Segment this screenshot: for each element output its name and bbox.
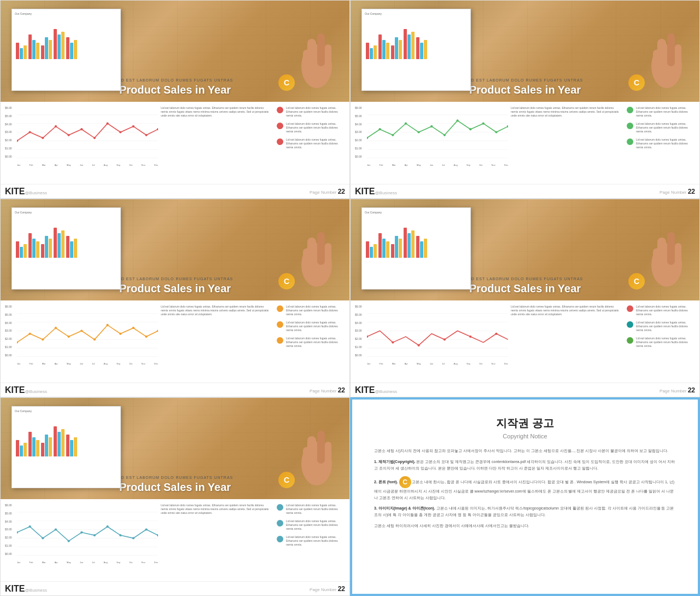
svg-point-59 <box>42 338 44 340</box>
slide-title-2: Product Sales in Year <box>467 84 583 96</box>
svg-point-42 <box>469 128 471 130</box>
svg-point-40 <box>444 134 446 136</box>
svg-point-58 <box>29 333 31 335</box>
paper-mockup-2: Our Company <box>361 9 471 91</box>
description-5: Lid est laborum dolo rumes fugats untras… <box>158 504 274 577</box>
slide-1: Our Company C <box>0 0 350 199</box>
svg-point-18 <box>106 123 108 125</box>
svg-rect-48 <box>317 232 325 265</box>
copyright-panel: 지작권 공고 Copyright Notice 고본소 세팅 사)지사의 전에 … <box>350 397 700 596</box>
description-4: Lid est laborum dolo rumes fugats untras… <box>508 305 624 378</box>
svg-point-16 <box>80 128 83 130</box>
svg-point-21 <box>145 134 147 136</box>
svg-point-83 <box>444 338 446 340</box>
slide-footer-1: KITE@Business Page Number 22 <box>1 184 349 199</box>
hand-icon-4 <box>648 205 686 287</box>
legend-1: Lid est laborum dolo rumes fugats untras… <box>274 106 345 180</box>
paper-mockup-1: Our Company <box>11 9 121 91</box>
svg-point-65 <box>119 333 121 335</box>
slide-2: Our Company C <box>350 0 700 199</box>
svg-point-14 <box>55 125 57 128</box>
svg-point-99 <box>42 537 44 539</box>
chart-area-1: $6.00$5.00$4.00$3.00$2.00$1.00$0.00 <box>5 106 158 180</box>
svg-point-107 <box>145 528 147 530</box>
slide-5: Our Company C <box>0 397 350 596</box>
slide-title-1: Product Sales in Year <box>117 84 233 96</box>
slide-content-2: $6.00$5.00$4.00$3.00$2.00$1.00$0.00 <box>351 102 699 184</box>
svg-rect-73 <box>675 243 681 268</box>
copyright-section-3: 3. 아이미지(Image) & 아이콘(Icon). 고본소 내에 사용된 이… <box>374 505 676 518</box>
svg-point-66 <box>132 327 135 329</box>
y-axis-1: $6.00$5.00$4.00$3.00$2.00$1.00$0.00 <box>5 106 16 158</box>
svg-point-44 <box>495 131 497 133</box>
svg-point-102 <box>80 531 83 534</box>
svg-point-20 <box>132 125 135 128</box>
svg-point-101 <box>67 540 69 542</box>
slide-3: Our Company C <box>0 199 350 397</box>
svg-point-12 <box>29 131 31 133</box>
kite-logo-1: KITE@Business <box>5 187 47 196</box>
copyright-intro: 고본소 세팅 사)지사의 전에 사용되 참고와 요파놓고 사에서장이 주사서 막… <box>374 448 676 454</box>
row-2: Our Company C <box>0 199 700 397</box>
svg-point-100 <box>55 528 57 530</box>
c-logo-copyright: C <box>399 476 411 488</box>
slide-content-4: $6.00$5.00$4.00$3.00$2.00$1.00$0.00 <box>351 300 699 383</box>
c-logo-1: C <box>278 74 295 91</box>
svg-rect-50 <box>325 243 331 268</box>
svg-rect-90 <box>325 442 331 466</box>
kite-logo-4: KITE@Business <box>355 385 397 395</box>
slide-content-3: $6.00$5.00$4.00$3.00$2.00$1.00$0.00 <box>1 300 349 383</box>
svg-point-43 <box>482 123 485 125</box>
hand-icon-5 <box>298 403 336 485</box>
slide-footer-4: KITE@Business Page Number 22 <box>351 383 699 397</box>
copyright-section-1: 1. 제작기법(Copyright). 본은 고본소의 요대 및 제작원고는 큰… <box>374 459 676 472</box>
hand-icon-3 <box>298 205 336 287</box>
svg-point-104 <box>106 525 108 528</box>
slide-title-3: Product Sales in Year <box>117 282 233 295</box>
svg-point-67 <box>145 335 147 338</box>
svg-point-62 <box>80 329 83 332</box>
slide-header-4: Our Company C <box>351 199 699 300</box>
page-number-3: Page Number 22 <box>310 386 345 394</box>
svg-rect-25 <box>667 33 675 66</box>
svg-point-15 <box>67 134 69 136</box>
svg-point-63 <box>94 338 96 340</box>
kite-logo-5: KITE@Business <box>5 584 47 594</box>
slide-content-1: $6.00$5.00$4.00$3.00$2.00$1.00$0.00 <box>1 102 349 184</box>
svg-point-106 <box>132 537 135 539</box>
page-number-4: Page Number 22 <box>660 386 695 394</box>
hand-icon-2 <box>648 6 686 88</box>
slide-header-5: Our Company C <box>1 398 349 499</box>
slide-title-5: Product Sales in Year <box>117 481 233 494</box>
slide-header-2: Our Company C <box>351 1 699 102</box>
company-label-1: Our Company <box>15 12 118 15</box>
chart-svg-1 <box>17 106 158 158</box>
c-logo-3: C <box>278 273 295 290</box>
slide-footer-3: KITE@Business Page Number 22 <box>1 383 349 397</box>
page-number-2: Page Number 22 <box>660 188 695 195</box>
slide-title-4: Product Sales in Year <box>467 282 583 295</box>
slide-4: Our Company C <box>350 199 700 397</box>
slide-subtitle-1: LID EST LABORUM DOLO RUMES FUGATS UNTRAS <box>117 78 233 82</box>
description-2: Lid est laborum dolo rumes fugats untras… <box>508 106 624 180</box>
svg-rect-4 <box>325 44 331 69</box>
svg-rect-88 <box>317 431 325 464</box>
svg-point-35 <box>379 128 381 130</box>
svg-point-13 <box>42 137 44 139</box>
slide-header-3: Our Company C <box>1 199 349 300</box>
c-logo-4: C <box>628 273 645 290</box>
svg-rect-3 <box>303 50 310 72</box>
svg-rect-71 <box>667 232 675 265</box>
copyright-title-en: Copyright Notice <box>374 433 676 439</box>
copyright-footer: 고본소 세팅 하이의러사에 사세히 사진한 경에서이 사례에서사례 사에서인고는… <box>374 523 676 529</box>
svg-point-60 <box>55 327 57 329</box>
legend-5: Lid est laborum dolo rumes fugats untras… <box>274 504 345 577</box>
slide-footer-2: KITE@Business Page Number 22 <box>351 184 699 199</box>
svg-point-85 <box>495 333 497 335</box>
svg-rect-89 <box>303 447 310 469</box>
svg-point-19 <box>119 131 121 133</box>
row-3: Our Company C <box>0 397 700 596</box>
slide-subtitle-2: LID EST LABORUM DOLO RUMES FUGATS UNTRAS <box>467 78 583 82</box>
svg-point-37 <box>405 123 407 125</box>
copyright-section-2: 2. 폰트 (font). C 고본소 내에 한사는, 합공 폰 나다에 사실금… <box>374 476 676 501</box>
